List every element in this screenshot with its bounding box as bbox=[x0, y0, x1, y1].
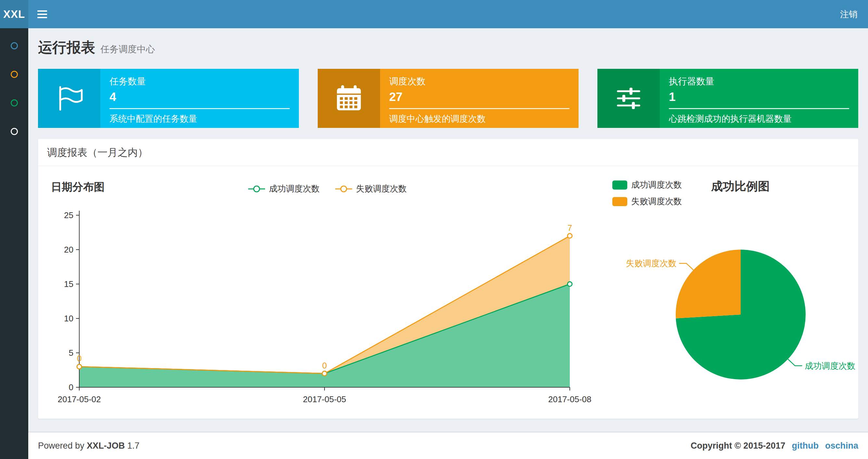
page-subtitle: 任务调度中心 bbox=[100, 43, 155, 56]
circle-icon bbox=[11, 71, 18, 78]
svg-text:25: 25 bbox=[64, 210, 73, 220]
footer-right: Copyright © 2015-2017 github oschina bbox=[691, 441, 858, 451]
page-title: 运行报表 bbox=[38, 38, 95, 57]
info-box-icon bbox=[597, 69, 660, 128]
legend-item-fail[interactable]: 失败调度次数 bbox=[612, 196, 682, 207]
powered-by: Powered by XXL-JOB 1.7 bbox=[38, 441, 140, 451]
info-box-description: 系统中配置的任务数量 bbox=[110, 113, 290, 125]
pie-chart-title: 成功比例图 bbox=[711, 178, 770, 194]
line-chart-title: 日期分布图 bbox=[51, 180, 104, 194]
info-box-executors: 执行器数量 1 心跳检测成功的执行器机器数量 bbox=[597, 69, 858, 128]
sidebar-nav bbox=[0, 28, 28, 459]
sidebar-item-4[interactable] bbox=[0, 117, 28, 146]
svg-text:0: 0 bbox=[77, 354, 82, 363]
svg-text:成功调度次数: 成功调度次数 bbox=[805, 361, 855, 371]
legend-label: 成功调度次数 bbox=[631, 179, 682, 191]
top-navbar: XXL 注销 bbox=[0, 0, 868, 28]
sidebar-item-2[interactable] bbox=[0, 60, 28, 89]
svg-text:7: 7 bbox=[567, 223, 572, 233]
svg-text:5: 5 bbox=[69, 348, 73, 358]
svg-text:2017-05-02: 2017-05-02 bbox=[58, 394, 101, 404]
svg-text:2017-05-05: 2017-05-05 bbox=[303, 394, 346, 404]
version: 1.7 bbox=[127, 441, 140, 451]
info-box-jobs: 任务数量 4 系统中配置的任务数量 bbox=[38, 69, 299, 128]
page-header: 运行报表 任务调度中心 bbox=[28, 28, 868, 57]
info-box-description: 心跳检测成功的执行器机器数量 bbox=[669, 113, 849, 125]
swatch-icon bbox=[612, 197, 627, 206]
info-box-title: 任务数量 bbox=[110, 75, 290, 88]
info-box-value: 1 bbox=[669, 90, 849, 104]
info-box-value: 27 bbox=[389, 90, 569, 104]
copyright-text: Copyright © 2015-2017 bbox=[691, 441, 785, 451]
oschina-link[interactable]: oschina bbox=[825, 441, 858, 451]
divider bbox=[669, 108, 849, 109]
swatch-icon bbox=[612, 181, 627, 190]
info-box-icon bbox=[318, 69, 380, 128]
legend-item-success[interactable]: 成功调度次数 bbox=[612, 179, 682, 191]
github-link[interactable]: github bbox=[792, 441, 818, 451]
legend-label: 成功调度次数 bbox=[269, 183, 320, 194]
info-box-title: 调度次数 bbox=[389, 75, 569, 88]
info-box-content: 任务数量 4 系统中配置的任务数量 bbox=[100, 69, 299, 128]
circle-icon bbox=[11, 42, 18, 50]
main-content: 运行报表 任务调度中心 任务数量 4 系统中配置的任务数量 bbox=[28, 28, 868, 432]
line-series-icon bbox=[248, 185, 266, 193]
pie-chart-canvas: 成功调度次数失败调度次数 bbox=[590, 211, 858, 413]
line-chart-legend: 成功调度次数 失败调度次数 bbox=[116, 183, 538, 194]
circle-icon bbox=[11, 128, 18, 135]
legend-label: 失败调度次数 bbox=[356, 183, 407, 194]
panel-title: 调度报表（一月之内） bbox=[38, 139, 858, 166]
sliders-icon bbox=[614, 84, 644, 113]
svg-text:15: 15 bbox=[64, 279, 73, 289]
info-box-icon bbox=[38, 69, 100, 128]
flag-icon bbox=[54, 84, 84, 113]
svg-text:失败调度次数: 失败调度次数 bbox=[626, 258, 677, 268]
legend-item-fail[interactable]: 失败调度次数 bbox=[335, 183, 407, 194]
info-box-row: 任务数量 4 系统中配置的任务数量 bbox=[38, 69, 858, 128]
svg-text:10: 10 bbox=[64, 314, 73, 323]
info-box-triggers: 调度次数 27 调度中心触发的调度次数 bbox=[318, 69, 579, 128]
sidebar-toggle-button[interactable] bbox=[28, 0, 56, 28]
pie-chart-legend: 成功调度次数 失败调度次数 bbox=[612, 179, 682, 207]
info-box-title: 执行器数量 bbox=[669, 75, 849, 88]
sidebar-item-3[interactable] bbox=[0, 89, 28, 117]
divider bbox=[110, 108, 290, 109]
divider bbox=[389, 108, 569, 109]
line-series-icon bbox=[335, 185, 353, 193]
svg-text:2017-05-08: 2017-05-08 bbox=[548, 394, 592, 404]
circle-icon bbox=[11, 99, 18, 106]
legend-item-success[interactable]: 成功调度次数 bbox=[248, 183, 320, 194]
legend-label: 失败调度次数 bbox=[631, 196, 682, 207]
sidebar-item-1[interactable] bbox=[0, 32, 28, 60]
logout-link[interactable]: 注销 bbox=[830, 0, 868, 28]
info-box-content: 调度次数 27 调度中心触发的调度次数 bbox=[380, 69, 579, 128]
app-logo[interactable]: XXL bbox=[0, 0, 28, 28]
line-chart-canvas: 05101520252017-05-022017-05-052017-05-08… bbox=[43, 199, 595, 413]
info-box-value: 4 bbox=[110, 90, 290, 104]
svg-text:0: 0 bbox=[69, 383, 73, 392]
info-box-content: 执行器数量 1 心跳检测成功的执行器机器数量 bbox=[660, 69, 858, 128]
brand-name: XXL-JOB bbox=[87, 441, 125, 451]
calendar-icon bbox=[334, 84, 364, 113]
report-panel: 调度报表（一月之内） 日期分布图 成功调度次数 失败调度次数 bbox=[38, 139, 858, 419]
page-footer: Powered by XXL-JOB 1.7 Copyright © 2015-… bbox=[28, 432, 868, 459]
svg-text:0: 0 bbox=[322, 361, 327, 370]
hamburger-icon bbox=[37, 10, 47, 18]
svg-text:20: 20 bbox=[64, 245, 73, 255]
panel-body: 日期分布图 成功调度次数 失败调度次数 051015 bbox=[38, 166, 858, 418]
info-box-description: 调度中心触发的调度次数 bbox=[389, 113, 569, 125]
